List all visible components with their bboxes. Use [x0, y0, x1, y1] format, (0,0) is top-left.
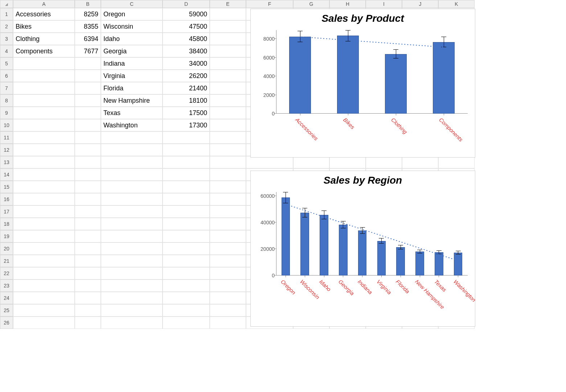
cell-E8[interactable] — [210, 94, 246, 107]
cell-A6[interactable] — [13, 70, 75, 82]
select-all-corner[interactable]: ◢ — [0, 0, 13, 8]
col-header-H[interactable]: H — [329, 0, 366, 8]
cell-D23[interactable] — [163, 279, 210, 292]
cell-E7[interactable] — [210, 82, 246, 94]
row-header-11[interactable]: 11 — [0, 131, 13, 144]
cell-B17[interactable] — [75, 205, 101, 218]
cell-B2[interactable]: 8355 — [75, 20, 101, 33]
cell-C24[interactable] — [101, 292, 163, 304]
row-header-7[interactable]: 7 — [0, 82, 13, 94]
cell-E23[interactable] — [210, 279, 246, 292]
cell-C15[interactable] — [101, 181, 163, 193]
cell-E13[interactable] — [210, 156, 246, 168]
col-header-J[interactable]: J — [402, 0, 438, 8]
cell-B10[interactable] — [75, 119, 101, 131]
row-header-8[interactable]: 8 — [0, 94, 13, 107]
cell-D24[interactable] — [163, 292, 210, 304]
cell-D8[interactable]: 18100 — [163, 94, 210, 107]
cell-D4[interactable]: 38400 — [163, 45, 210, 57]
cell-D20[interactable] — [163, 242, 210, 255]
cell-E9[interactable] — [210, 107, 246, 119]
cell-E22[interactable] — [210, 267, 246, 279]
cell-A21[interactable] — [13, 255, 75, 267]
cell-B11[interactable] — [75, 131, 101, 144]
row-header-18[interactable]: 18 — [0, 218, 13, 230]
cell-I13[interactable] — [366, 156, 402, 168]
cell-C18[interactable] — [101, 218, 163, 230]
cell-D11[interactable] — [163, 131, 210, 144]
cell-A8[interactable] — [13, 94, 75, 107]
cell-B18[interactable] — [75, 218, 101, 230]
cell-G13[interactable] — [293, 156, 329, 168]
cell-B23[interactable] — [75, 279, 101, 292]
cell-B3[interactable]: 6394 — [75, 33, 101, 45]
cell-B8[interactable] — [75, 94, 101, 107]
cell-B4[interactable]: 7677 — [75, 45, 101, 57]
cell-D10[interactable]: 17300 — [163, 119, 210, 131]
cell-H13[interactable] — [329, 156, 366, 168]
cell-D17[interactable] — [163, 205, 210, 218]
cell-C19[interactable] — [101, 230, 163, 242]
cell-B13[interactable] — [75, 156, 101, 168]
cell-A20[interactable] — [13, 242, 75, 255]
cell-C6[interactable]: Virginia — [101, 70, 163, 82]
row-header-13[interactable]: 13 — [0, 156, 13, 168]
cell-E6[interactable] — [210, 70, 246, 82]
row-header-5[interactable]: 5 — [0, 57, 13, 70]
cell-D5[interactable]: 34000 — [163, 57, 210, 70]
cell-D22[interactable] — [163, 267, 210, 279]
col-header-C[interactable]: C — [101, 0, 163, 8]
cell-A4[interactable]: Components — [13, 45, 75, 57]
cell-E20[interactable] — [210, 242, 246, 255]
cell-A22[interactable] — [13, 267, 75, 279]
cell-E14[interactable] — [210, 168, 246, 181]
cell-B5[interactable] — [75, 57, 101, 70]
row-header-26[interactable]: 26 — [0, 317, 13, 329]
cell-D13[interactable] — [163, 156, 210, 168]
cell-D1[interactable]: 59000 — [163, 8, 210, 20]
cell-D18[interactable] — [163, 218, 210, 230]
row-header-12[interactable]: 12 — [0, 144, 13, 156]
cell-D26[interactable] — [163, 317, 210, 329]
cell-A25[interactable] — [13, 304, 75, 317]
row-header-15[interactable]: 15 — [0, 181, 13, 193]
cell-B15[interactable] — [75, 181, 101, 193]
cell-A2[interactable]: Bikes — [13, 20, 75, 33]
cell-A3[interactable]: Clothing — [13, 33, 75, 45]
col-header-F[interactable]: F — [246, 0, 293, 8]
cell-B16[interactable] — [75, 193, 101, 205]
cell-B20[interactable] — [75, 242, 101, 255]
cell-C10[interactable]: Washington — [101, 119, 163, 131]
cell-E3[interactable] — [210, 33, 246, 45]
col-header-I[interactable]: I — [366, 0, 402, 8]
cell-D19[interactable] — [163, 230, 210, 242]
cell-E11[interactable] — [210, 131, 246, 144]
row-header-2[interactable]: 2 — [0, 20, 13, 33]
row-header-22[interactable]: 22 — [0, 267, 13, 279]
row-header-21[interactable]: 21 — [0, 255, 13, 267]
cell-B14[interactable] — [75, 168, 101, 181]
cell-A10[interactable] — [13, 119, 75, 131]
cell-D12[interactable] — [163, 144, 210, 156]
cell-A17[interactable] — [13, 205, 75, 218]
cell-C22[interactable] — [101, 267, 163, 279]
cell-B25[interactable] — [75, 304, 101, 317]
cell-A5[interactable] — [13, 57, 75, 70]
row-header-24[interactable]: 24 — [0, 292, 13, 304]
row-header-10[interactable]: 10 — [0, 119, 13, 131]
cell-A18[interactable] — [13, 218, 75, 230]
chart-sales-by-region[interactable]: Sales by Region 0200004000060000OregonWi… — [250, 171, 475, 327]
row-header-4[interactable]: 4 — [0, 45, 13, 57]
cell-A24[interactable] — [13, 292, 75, 304]
cell-A7[interactable] — [13, 82, 75, 94]
cell-E18[interactable] — [210, 218, 246, 230]
col-header-B[interactable]: B — [75, 0, 101, 8]
cell-E15[interactable] — [210, 181, 246, 193]
cell-C13[interactable] — [101, 156, 163, 168]
cell-A11[interactable] — [13, 131, 75, 144]
col-header-A[interactable]: A — [13, 0, 75, 8]
cell-A13[interactable] — [13, 156, 75, 168]
cell-K13[interactable] — [438, 156, 475, 168]
row-header-19[interactable]: 19 — [0, 230, 13, 242]
row-header-16[interactable]: 16 — [0, 193, 13, 205]
